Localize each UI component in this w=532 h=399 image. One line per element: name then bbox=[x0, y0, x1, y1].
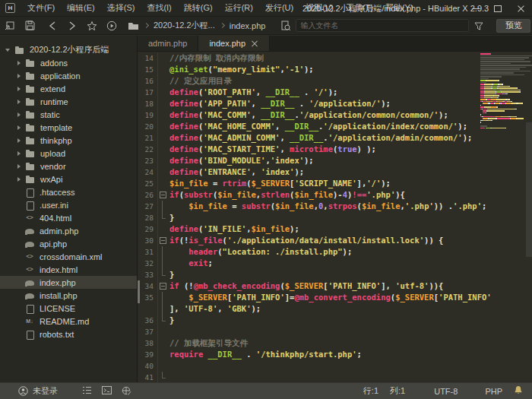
sidebar-item-template[interactable]: template bbox=[0, 121, 137, 134]
menu-item-运[interactable]: 运行(R) bbox=[219, 0, 259, 16]
php-file-icon bbox=[24, 239, 35, 249]
line-number: 27 bbox=[138, 202, 157, 211]
sidebar-item-install-php[interactable]: install.php bbox=[0, 289, 137, 302]
tree-item-label: api.php bbox=[40, 239, 67, 249]
chevron-right-icon[interactable] bbox=[15, 163, 23, 170]
code-line: 25$in_file = rtrim($_SERVER['SCRIPT_NAME… bbox=[138, 178, 532, 189]
search-input[interactable] bbox=[296, 19, 469, 32]
encoding-indicator[interactable]: UTF-8 bbox=[434, 387, 458, 396]
code-text: define('MAC_HOME_COMM', __DIR__.'/applic… bbox=[167, 121, 467, 132]
line-number: 17 bbox=[138, 88, 157, 97]
scrollbar-thumb[interactable] bbox=[526, 122, 532, 257]
minimize-icon[interactable] bbox=[464, 0, 486, 17]
fold-gutter bbox=[157, 337, 167, 349]
tab-close-icon[interactable] bbox=[252, 40, 258, 47]
preview-button[interactable]: 预览 bbox=[496, 19, 530, 33]
chevron-right-icon[interactable] bbox=[15, 85, 23, 93]
sidebar-item--htaccess[interactable]: .htaccess bbox=[0, 185, 137, 198]
forward-icon[interactable] bbox=[62, 17, 82, 34]
sidebar-item-thinkphp[interactable]: thinkphp bbox=[0, 134, 137, 147]
web-server-icon[interactable] bbox=[122, 386, 131, 397]
sidebar-item-wxapi[interactable]: wxApi bbox=[0, 173, 137, 185]
minimap-seg bbox=[480, 76, 502, 78]
tab-index-php[interactable]: index.php bbox=[198, 36, 270, 51]
favorite-star-icon[interactable] bbox=[82, 17, 102, 34]
sidebar-item-index-php[interactable]: index.php bbox=[0, 276, 137, 289]
fold-open-icon[interactable] bbox=[157, 189, 167, 201]
minimap-seg bbox=[515, 116, 518, 118]
filter-icon[interactable] bbox=[469, 17, 489, 34]
back-icon[interactable] bbox=[43, 17, 62, 34]
sidebar-item-404-html[interactable]: <>404.html bbox=[0, 211, 137, 224]
menu-item-文[interactable]: 文件(F) bbox=[21, 0, 61, 16]
chevron-right-icon[interactable] bbox=[15, 124, 23, 131]
line-number: 25 bbox=[138, 179, 157, 188]
chevron-right-icon[interactable] bbox=[15, 137, 23, 144]
menu-item-跳[interactable]: 跳转(G) bbox=[178, 0, 219, 16]
tab-admin-php[interactable]: admin.php bbox=[138, 36, 198, 51]
sidebar-item-vendor[interactable]: vendor bbox=[0, 160, 137, 173]
outline-icon[interactable] bbox=[82, 386, 92, 396]
sidebar-item-crossdomain-xml[interactable]: <>crossdomain.xml bbox=[0, 250, 137, 263]
menu-item-发[interactable]: 发行(U) bbox=[259, 0, 299, 16]
tree-item-label: crossdomain.xml bbox=[40, 252, 103, 261]
tree-root[interactable]: 2020-12.2小程序后端 bbox=[0, 43, 137, 56]
close-icon[interactable] bbox=[509, 0, 532, 17]
menu-item-编[interactable]: 编辑(E) bbox=[61, 0, 101, 16]
menu-item-选[interactable]: 选择(S) bbox=[101, 0, 141, 16]
sidebar-item-extend[interactable]: extend bbox=[0, 82, 137, 95]
tree-item-label: static bbox=[40, 110, 60, 119]
minimap-line bbox=[480, 106, 524, 108]
sidebar-item-static[interactable]: static bbox=[0, 108, 137, 121]
chevron-right-icon[interactable] bbox=[15, 111, 23, 119]
minimap-line bbox=[480, 122, 524, 123]
save-icon[interactable] bbox=[20, 17, 40, 34]
chevron-down-icon[interactable] bbox=[5, 46, 12, 54]
minimap-seg bbox=[506, 103, 511, 104]
sidebar-item-addons[interactable]: addons bbox=[0, 56, 137, 69]
sidebar-item-robots-txt[interactable]: robots.txt bbox=[0, 328, 137, 340]
fold-open-icon[interactable] bbox=[157, 235, 167, 246]
terminal-icon[interactable] bbox=[102, 386, 112, 396]
menu-item-查[interactable]: 查找(I) bbox=[141, 0, 177, 16]
minimap[interactable] bbox=[480, 52, 524, 133]
sidebar-item-application[interactable]: application bbox=[0, 69, 137, 82]
minimap-line bbox=[480, 55, 524, 57]
minimap-seg bbox=[486, 112, 486, 114]
minimap-seg bbox=[508, 86, 510, 87]
sidebar-item-readme-md[interactable]: M↓README.md bbox=[0, 315, 137, 328]
sidebar-item-runtime[interactable]: runtime bbox=[0, 95, 137, 108]
fold-open-icon[interactable] bbox=[157, 280, 167, 292]
chevron-right-icon[interactable] bbox=[15, 150, 23, 157]
maximize-icon[interactable] bbox=[486, 0, 509, 17]
chevron-right-icon[interactable] bbox=[15, 98, 23, 106]
sidebar-item-admin-php[interactable]: admin.php bbox=[0, 224, 137, 237]
sidebar-item-license[interactable]: LICENSE bbox=[0, 302, 137, 315]
chevron-right-icon[interactable] bbox=[15, 72, 23, 80]
sidebar-item--user-ini[interactable]: .user.ini bbox=[0, 198, 137, 211]
minimap-seg bbox=[491, 99, 496, 100]
login-status[interactable]: 未登录 bbox=[18, 385, 58, 397]
minimap-line bbox=[480, 72, 524, 74]
code-editor[interactable]: 14//内存限制 取消内存限制15@ini_set("memory_limit"… bbox=[138, 52, 532, 382]
sidebar-item-index-html[interactable]: <>index.html bbox=[0, 263, 137, 276]
minimap-line bbox=[480, 109, 524, 110]
window-with-arrow-icon[interactable] bbox=[0, 17, 20, 34]
breadcrumb-file[interactable]: index.php bbox=[230, 21, 266, 30]
minimap-seg bbox=[486, 101, 492, 103]
breadcrumb-project[interactable]: 2020-12.2小程... bbox=[154, 20, 215, 31]
chevron-right-icon[interactable] bbox=[15, 176, 23, 183]
language-indicator[interactable]: PHP bbox=[485, 387, 502, 396]
minimap-line bbox=[480, 125, 524, 127]
run-icon[interactable] bbox=[102, 17, 122, 34]
chevron-right-icon[interactable] bbox=[15, 59, 23, 67]
scrollbar[interactable] bbox=[525, 52, 532, 382]
minimap-seg bbox=[496, 116, 501, 118]
sidebar-item-upload[interactable]: upload bbox=[0, 147, 137, 160]
sidebar-item-api-php[interactable]: api.php bbox=[0, 237, 137, 250]
cursor-line[interactable]: 行:1 bbox=[363, 385, 378, 397]
minimap-seg bbox=[480, 80, 486, 81]
cursor-column[interactable]: 列:1 bbox=[390, 385, 405, 397]
minimap-line bbox=[480, 110, 524, 112]
notification-bell-icon[interactable] bbox=[514, 385, 523, 397]
